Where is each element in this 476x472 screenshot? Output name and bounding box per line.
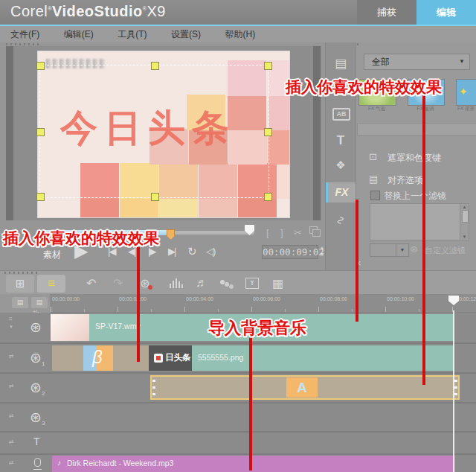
music-clip[interactable]: ♪ Dirk Reichardt - Weekend.mp3 xyxy=(52,456,455,472)
tab-edit[interactable]: 编辑 xyxy=(416,0,476,25)
track3-toggle-icon[interactable]: ⇄ xyxy=(9,383,14,389)
annotation-effects-left: 插入你喜欢的特效效果 xyxy=(3,228,159,249)
menu-bar: 文件(F) 编辑(E) 工具(T) 设置(S) 帮助(H) xyxy=(0,26,476,43)
png-clip-name: 5555555.png xyxy=(198,353,243,362)
sidebar-item-graphics[interactable]: ❖ xyxy=(326,159,356,172)
overlay3-track-number: 3 xyxy=(42,420,45,427)
record-capture-button[interactable]: ⊛ xyxy=(140,276,149,290)
ruler-label-1: 00:00:02:00 xyxy=(119,296,147,302)
video-clip-thumbnail[interactable] xyxy=(51,314,89,341)
filter-list-scrollbar[interactable]: ▲ ▼ xyxy=(460,204,469,240)
selection-handle-s[interactable] xyxy=(151,193,159,201)
subtitle-editor-button[interactable]: T xyxy=(245,278,259,289)
storyboard-view-button[interactable]: ⊞ xyxy=(6,275,34,293)
png-clip-badge[interactable]: 日头条 xyxy=(149,345,192,371)
selection-handle-nw[interactable] xyxy=(36,62,45,70)
scroll-up-icon[interactable]: ▲ xyxy=(460,205,469,209)
auto-music-button[interactable]: ♬ xyxy=(196,276,208,290)
replace-filter-label[interactable]: 替换上一个滤镜 xyxy=(384,190,446,202)
show-all-tracks-button[interactable]: ▤ xyxy=(12,297,28,308)
motion-tracking-button[interactable] xyxy=(220,280,225,284)
playhead-line xyxy=(453,310,454,472)
annotation-line-effects-left xyxy=(137,247,140,362)
sidebar-item-paths[interactable]: ∿ xyxy=(334,205,347,235)
overlay1-track-row[interactable]: ⇄ ⊛ 1 β 日头条 5555555.png xyxy=(0,344,476,374)
clip-trim-handle-left[interactable] xyxy=(152,380,155,396)
selection-handle-se[interactable] xyxy=(264,193,272,201)
sidebar-item-titles[interactable]: T xyxy=(326,133,356,148)
fx-icon: FX xyxy=(328,182,356,202)
timeline-ruler[interactable]: 00:00:00:00 00:00:02:00 00:00:04:00 00:0… xyxy=(51,294,476,313)
tab-capture[interactable]: 捕获 xyxy=(357,0,416,25)
note-icon: ♪ xyxy=(57,459,61,467)
sidebar-item-media[interactable]: ▤ xyxy=(326,56,356,71)
title-track-row[interactable]: ⇄ T xyxy=(0,433,476,455)
customize-filter-icon: ⊛ xyxy=(410,243,418,255)
mark-out-button[interactable]: ] xyxy=(280,227,283,238)
filter-preset-box[interactable] xyxy=(370,243,396,257)
overlay-clip-thumbnail: A xyxy=(286,377,318,398)
voice-track-row[interactable]: ⇄ ♪ Dirk Reichardt - Weekend.mp3 xyxy=(0,455,476,472)
track5-toggle-icon[interactable]: ⇄ xyxy=(9,438,14,445)
align-options-option[interactable]: 对齐选项 xyxy=(387,174,423,187)
menu-tools[interactable]: 工具(T) xyxy=(107,26,157,42)
selection-handle-n[interactable] xyxy=(151,62,159,70)
selection-handle-ne[interactable] xyxy=(264,62,272,70)
menu-file[interactable]: 文件(F) xyxy=(0,26,50,42)
chevron-down-icon: ▼ xyxy=(459,54,465,69)
overlay3-track-row[interactable]: ⇄ ⊛ 3 xyxy=(0,404,476,433)
sidebar-item-transitions[interactable]: AB xyxy=(332,108,350,121)
split-clip-button[interactable]: ✂ xyxy=(294,227,302,238)
annotation-line-effects-a xyxy=(422,95,425,385)
selected-overlay-clip[interactable]: A xyxy=(150,375,460,400)
annotation-line-music xyxy=(249,337,252,471)
overlay2-track-row[interactable]: ⇄ ⊛ 2 A xyxy=(0,374,476,404)
split-screen-button[interactable]: ▦ xyxy=(272,276,283,290)
trim-handle[interactable] xyxy=(167,229,175,240)
fx-thumbnail-3[interactable]: ✦ xyxy=(456,79,476,106)
fx-thumb-label-3: FX 星形 xyxy=(456,106,476,112)
png-clip[interactable]: 5555555.png xyxy=(192,345,454,371)
mask-chroma-option[interactable]: 遮罩和色度键 xyxy=(387,152,441,165)
menu-help[interactable]: 帮助(H) xyxy=(214,26,266,42)
menu-settings[interactable]: 设置(S) xyxy=(161,26,211,42)
track1-expand-icon[interactable]: ▼ xyxy=(9,325,13,329)
mode-clip-button[interactable]: 素材 xyxy=(43,249,61,261)
brand-name: Corel xyxy=(10,3,48,19)
scrollbar-thumb[interactable] xyxy=(462,210,469,223)
applied-filter-list[interactable]: ▲ ▼ xyxy=(370,203,469,240)
selection-handle-e[interactable] xyxy=(264,128,272,136)
ruler-label-2: 00:00:04:00 xyxy=(186,296,213,302)
clip-trim-handle-right[interactable] xyxy=(454,380,457,396)
timeline-view-button[interactable]: ≡ xyxy=(37,275,65,293)
customize-filter-button[interactable]: 自定义滤镜 xyxy=(425,245,466,256)
scroll-down-icon[interactable]: ▼ xyxy=(460,235,469,239)
mark-in-button[interactable]: [ xyxy=(266,227,269,238)
track4-toggle-icon[interactable]: ⇄ xyxy=(9,412,14,419)
timecode-display[interactable]: 00:00:09:02 xyxy=(262,245,318,259)
timeline-toolbar: ⊞ ≡ ↶ ↷ ⊛ ♬ T ▦ xyxy=(0,270,476,295)
undo-button[interactable]: ↶ xyxy=(86,276,96,290)
overlay1-title-clip[interactable]: β xyxy=(52,345,149,371)
videostudio-window: Corel®VideoStudio®X9 捕获 编辑 文件(F) 编辑(E) 工… xyxy=(0,0,476,472)
filter-preset-dropdown[interactable]: ▼ xyxy=(396,243,409,257)
sound-mixer-button[interactable] xyxy=(170,278,183,288)
redo-button[interactable]: ↷ xyxy=(113,276,123,290)
overlay2-track-icon: ⊛ xyxy=(30,379,42,396)
microphone-icon xyxy=(34,458,41,467)
replace-filter-checkbox[interactable] xyxy=(370,191,380,200)
enlarge-preview-button[interactable] xyxy=(309,226,318,234)
selection-handle-w[interactable] xyxy=(36,128,45,136)
track6-toggle-icon[interactable]: ⇄ xyxy=(9,459,14,466)
track1-toggle-icon[interactable]: ≡ xyxy=(9,316,13,322)
track2-toggle-icon[interactable]: ⇄ xyxy=(9,353,14,360)
sidebar-item-filters-active[interactable]: FX xyxy=(326,182,356,202)
go-end-button[interactable]: ▶| xyxy=(168,246,175,257)
filter-category-dropdown[interactable]: 全部 ▼ xyxy=(364,54,470,70)
selection-box[interactable] xyxy=(39,65,269,198)
menu-edit[interactable]: 编辑(E) xyxy=(54,26,104,42)
selection-handle-sw[interactable] xyxy=(36,193,45,201)
volume-button[interactable]: ◁) xyxy=(206,246,215,257)
track-manager-button[interactable]: ▤ xyxy=(31,297,48,308)
repeat-button[interactable]: ↻ xyxy=(187,245,197,258)
